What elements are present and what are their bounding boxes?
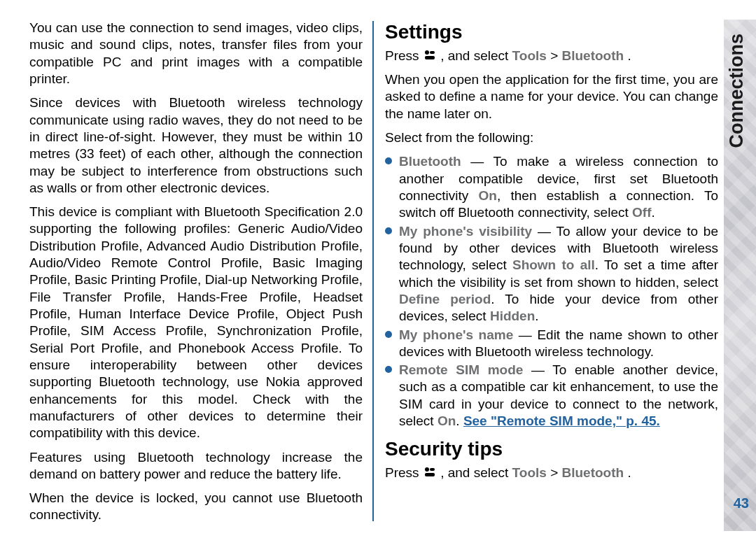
svg-rect-4: [430, 468, 435, 471]
option-term: Bluetooth: [399, 154, 461, 169]
heading-security-tips: Security tips: [385, 437, 718, 462]
svg-rect-1: [430, 51, 435, 54]
paragraph: When you open the application for the fi…: [385, 71, 718, 122]
keyword: On: [479, 188, 497, 203]
bullet-icon: [385, 331, 392, 338]
text: .: [651, 205, 654, 220]
text: —: [513, 327, 537, 342]
bullet-icon: [385, 366, 392, 373]
list-item: Bluetooth — To make a wireless connectio…: [385, 153, 718, 221]
bullet-icon: [385, 227, 392, 234]
bullet-icon: [385, 157, 392, 164]
left-column: You can use the connection to send image…: [29, 20, 372, 531]
menu-path-tools: Tools: [512, 465, 547, 480]
text: >: [550, 48, 561, 63]
page-number: 43: [734, 495, 749, 511]
text: .: [627, 48, 631, 63]
menu-key-icon: [423, 466, 437, 479]
press-line: Press , and select Tools > Bluetooth .: [385, 465, 718, 481]
press-line: Press , and select Tools > Bluetooth .: [385, 48, 718, 64]
list-item: Remote SIM mode — To enable another devi…: [385, 362, 718, 430]
option-term: Remote SIM mode: [399, 362, 523, 377]
menu-key-icon: [423, 49, 437, 62]
list-item: My phone's visibility — To allow your de…: [385, 223, 718, 325]
keyword: On: [438, 413, 456, 428]
menu-path-bluetooth: Bluetooth: [562, 48, 624, 63]
paragraph: When the device is locked, you cannot us…: [29, 490, 363, 524]
text: .: [627, 465, 631, 480]
right-column: Settings Press , and select Tools > Blue…: [374, 20, 724, 531]
heading-settings: Settings: [385, 20, 718, 45]
text: >: [550, 465, 561, 480]
text: Press: [385, 465, 423, 480]
text: .: [456, 413, 463, 428]
paragraph: You can use the connection to send image…: [29, 20, 363, 87]
menu-path-bluetooth: Bluetooth: [562, 465, 624, 480]
svg-rect-2: [425, 56, 435, 59]
svg-rect-5: [425, 473, 435, 476]
text: .: [535, 309, 538, 323]
menu-path-tools: Tools: [512, 48, 547, 63]
cross-reference-link[interactable]: See "Remote SIM mode," p. 45.: [463, 413, 660, 428]
text: , and select: [440, 48, 512, 63]
manual-page: You can use the connection to send image…: [0, 0, 756, 545]
svg-point-0: [425, 50, 429, 55]
list-item: My phone's name — Edit the name shown to…: [385, 327, 718, 361]
paragraph: Since devices with Bluetooth wireless te…: [29, 94, 363, 197]
text: —: [461, 154, 493, 169]
paragraph: This device is compliant with Bluetooth …: [29, 204, 363, 441]
option-term: My phone's name: [399, 327, 513, 342]
svg-point-3: [425, 467, 429, 472]
text: —: [523, 362, 552, 377]
keyword: Hidden: [490, 309, 535, 323]
page-edge-band: Connections 43: [724, 20, 756, 531]
keyword: Shown to all: [512, 257, 595, 272]
option-term: My phone's visibility: [399, 224, 532, 239]
section-name-vertical: Connections: [726, 34, 748, 148]
keyword: Define period: [399, 292, 491, 306]
text: , and select: [440, 465, 512, 480]
keyword: Off: [632, 205, 651, 220]
text: Press: [385, 48, 423, 63]
settings-option-list: Bluetooth — To make a wireless connectio…: [385, 153, 718, 430]
paragraph: Select from the following:: [385, 129, 718, 146]
text: —: [532, 224, 556, 239]
paragraph: Features using Bluetooth technology incr…: [29, 449, 363, 483]
